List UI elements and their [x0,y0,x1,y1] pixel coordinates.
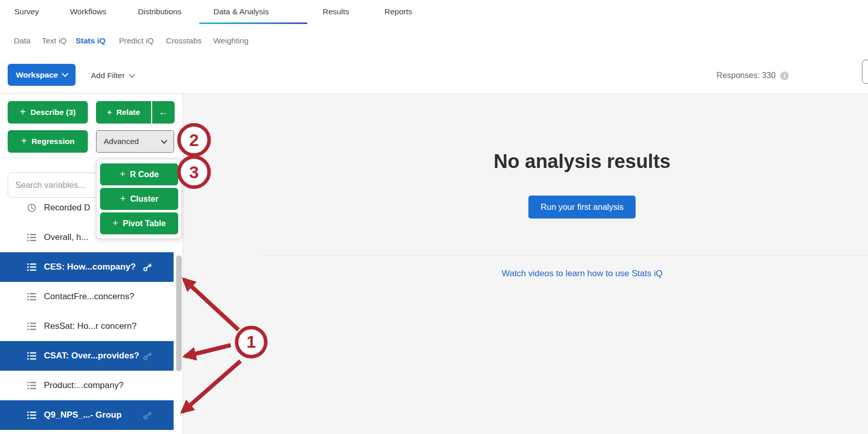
sidebar-divider [0,158,183,158]
regression-label: Regression [32,137,75,146]
chevron-down-icon [129,71,135,78]
variables-sidebar: + Describe (3) + Relate ← + Regression A… [0,94,183,434]
add-filter-label: Add Filter [91,71,125,80]
list-icon [27,351,37,361]
list-icon [27,380,37,391]
responses-label: Responses: 330 [716,71,776,80]
tab-data-analysis[interactable]: Data & Analysis [213,0,269,23]
plus-icon: + [120,194,126,203]
variable-row-q9-nps[interactable]: Q9_NPS_...- Group [0,400,174,430]
empty-state-title: No analysis results [494,151,670,173]
key-icon[interactable] [142,411,152,420]
list-icon [27,321,37,331]
tab-predict-iq[interactable]: Predict iQ [119,24,154,57]
tab-stats-iq[interactable]: Stats iQ [76,24,106,57]
plus-icon: + [112,218,118,228]
clock-icon [27,203,37,213]
chevron-down-icon [161,137,167,144]
plus-icon: + [20,107,26,117]
variable-label: Overall, h... [44,232,88,243]
annotation-callout-2: 2 [177,123,211,157]
secondary-nav: Data Text iQ Stats iQ Predict iQ Crossta… [0,24,868,58]
variable-label: CES: How...company? [44,262,136,272]
variable-row-contactfre[interactable]: ContactFre...concerns? [0,282,174,311]
pivot-table-label: Pivot Table [123,219,165,228]
list-icon [27,232,37,243]
workspace-button[interactable]: Workspace [8,64,76,86]
list-icon [27,262,37,272]
r-code-button[interactable]: + R Code [100,163,178,185]
advanced-dropdown-button[interactable]: Advanced [96,130,174,153]
variable-label: ContactFre...concerns? [44,292,134,302]
main-divider [263,255,868,255]
stats-iq-app: Survey Workflows Distributions Data & An… [0,0,868,434]
key-icon[interactable] [142,262,152,272]
relate-button-group: + Relate ← [96,101,175,124]
variable-label: Recorded D [44,203,90,213]
tab-weighting[interactable]: Weighting [213,24,249,57]
variable-row-ces[interactable]: CES: How...company? [0,252,174,282]
relate-button[interactable]: + Relate [96,101,151,124]
sidebar-scrollbar[interactable] [176,255,182,371]
tab-reports[interactable]: Reports [384,0,412,23]
plus-icon: + [107,108,112,117]
tab-text-iq[interactable]: Text iQ [42,24,66,57]
pivot-table-button[interactable]: Pivot Table + Pivot Table [100,212,178,234]
describe-button[interactable]: + Describe (3) [8,101,88,124]
main-content-area [183,94,868,434]
tab-survey[interactable]: Survey [14,0,39,23]
responses-counter: Responses: 330 i [716,58,789,93]
variable-label: Product:...company? [44,380,124,391]
advanced-dropdown-menu: + R Code + Cluster Pivot Table + Pivot T… [96,159,182,239]
plus-icon: + [21,136,27,146]
r-code-label: R Code [130,170,159,179]
variable-row-csat[interactable]: CSAT: Over...provides? [0,341,174,371]
add-filter-button[interactable]: Add Filter [91,58,134,93]
variable-label: Q9_NPS_...- Group [44,410,122,420]
advanced-label: Advanced [104,137,139,146]
watch-videos-link[interactable]: Watch videos to learn how to use Stats i… [502,269,663,279]
chevron-down-icon [62,70,69,77]
describe-label: Describe (3) [30,108,76,117]
annotation-callout-3: 3 [177,155,211,189]
regression-button[interactable]: + Regression [8,130,88,153]
info-icon[interactable]: i [780,71,789,80]
tab-data[interactable]: Data [14,24,31,57]
variable-row-product[interactable]: Product:...company? [0,371,174,400]
collapse-arrow-button[interactable]: ← [152,101,175,124]
workspace-toolbar: Workspace Add Filter Responses: 330 i [0,58,868,94]
primary-nav: Survey Workflows Distributions Data & An… [0,0,868,25]
workspace-button-label: Workspace [16,70,58,80]
left-arrow-icon: ← [159,107,168,118]
annotation-callout-1: 1 [235,326,268,358]
tab-crosstabs[interactable]: Crosstabs [166,24,202,57]
cluster-button[interactable]: + Cluster [100,188,178,210]
relate-label: Relate [116,108,140,117]
variable-row-ressat[interactable]: ResSat: Ho...r concern? [0,311,174,341]
clipped-right-button[interactable] [862,60,868,84]
tab-workflows[interactable]: Workflows [70,0,106,23]
list-icon [27,410,37,420]
run-first-analysis-button[interactable]: Run your first analysis [528,196,636,219]
plus-icon: + [119,169,125,179]
variable-label: ResSat: Ho...r concern? [44,321,136,331]
list-icon [27,292,37,302]
tab-results[interactable]: Results [323,0,349,23]
cluster-label: Cluster [130,195,158,204]
key-icon[interactable] [142,351,152,361]
variable-label: CSAT: Over...provides? [44,351,139,361]
tab-distributions[interactable]: Distributions [138,0,181,23]
